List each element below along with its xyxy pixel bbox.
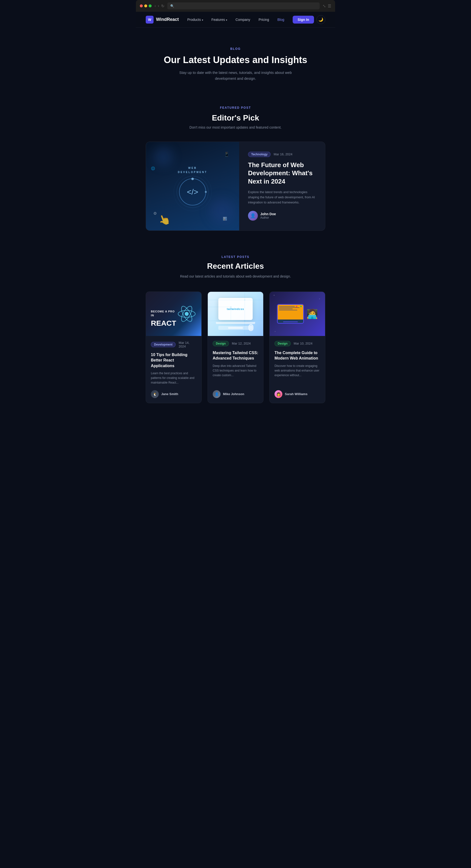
products-chevron-icon [202,18,203,22]
article-card-react-body: Development Mar 14, 2024 10 Tips for Bui… [146,336,201,403]
hero-title: Our Latest Updates and Insights [146,55,325,66]
menu-icon[interactable]: ☰ [328,4,331,8]
featured-post-author: 👤 John Doe Author [248,211,316,221]
nav-link-features[interactable]: Features [208,16,230,24]
latest-section-label: LATEST POSTS [146,255,325,259]
traffic-lights [140,4,152,7]
svg-point-10 [244,299,246,301]
nav-logo[interactable]: W WindReact [146,16,179,24]
nav-item-blog[interactable]: Blog [274,16,288,24]
featured-post-description: Explore the latest trends and technologi… [248,190,316,205]
article-animation-title: The Complete Guide to Modern Web Animati… [275,350,320,361]
article-card-animation-body: Design Mar 10, 2024 The Complete Guide t… [270,336,325,403]
react-logo-icon [177,304,196,324]
minimize-button[interactable] [144,4,147,7]
article-tailwind-date: Mar 12, 2024 [232,342,251,345]
article-tailwind-title: Mastering Tailwind CSS: Advanced Techniq… [213,350,258,361]
article-card-react-image: BECOME A PRO IN REACT [146,292,201,336]
nav-link-pricing[interactable]: Pricing [255,16,273,24]
articles-grid: BECOME A PRO IN REACT Development Mar 14… [136,284,335,423]
react-card-bg-text: BECOME A PRO IN REACT [151,309,176,329]
article-tailwind-author-name: Mike Johnson [223,392,244,396]
article-react-author: 🐧 Jane Smith [151,390,196,398]
browser-actions: ⤡ ☰ [322,4,331,8]
nav-actions: Sign In 🌙 [293,15,325,24]
latest-section: LATEST POSTS Recent Articles Read our la… [136,245,335,284]
featured-card-wrapper: WEB DEVELOPMENT </> 📱 ⚙ [136,134,335,246]
featured-section-label: FEATURED POST [146,106,325,110]
hero-section-label: BLOG [146,47,325,51]
nav-links: Products Features Company Pricing Blog [184,16,287,24]
article-card-react[interactable]: BECOME A PRO IN REACT Development Mar 14… [146,291,202,403]
featured-card-meta: Technology Mar 16, 2024 [248,152,316,157]
article-card-tailwind-body: Design Mar 12, 2024 Mastering Tailwind C… [208,336,263,403]
featured-author-name: John Doe [260,212,276,216]
nav-item-products[interactable]: Products [184,16,206,24]
article-animation-desc: Discover how to create engaging web anim… [275,364,320,385]
article-react-title: 10 Tips for Building Better React Applic… [151,352,196,369]
article-react-author-name: Jane Smith [161,392,178,396]
article-card-tailwind[interactable]: tailwindcss [208,291,263,403]
article-animation-date: Mar 10, 2024 [294,342,313,345]
article-tailwind-meta: Design Mar 12, 2024 [213,341,258,346]
features-chevron-icon [226,18,227,22]
featured-post-tag: Technology [248,152,271,157]
logo-icon: W [146,16,154,24]
article-tailwind-desc: Deep dive into advanced Tailwind CSS tec… [213,364,258,385]
search-icon: 🔍 [170,4,174,8]
featured-author-role: Author [260,216,276,219]
article-react-desc: Learn the best practices and patterns fo… [151,371,196,385]
hero-section: BLOG Our Latest Updates and Insights Sta… [136,28,335,96]
address-bar[interactable]: 🔍 [167,2,320,9]
close-button[interactable] [140,4,143,7]
refresh-icon[interactable]: ↻ [161,4,164,8]
featured-section-title: Editor's Pick [146,113,325,122]
maximize-button[interactable] [149,4,152,7]
featured-card-content: Technology Mar 16, 2024 The Future of We… [239,142,325,231]
article-react-author-avatar: 🐧 [151,390,159,398]
article-card-animation[interactable]: 🧑‍💻 ✦ ✦ ✦ Design Mar 10, 2024 The Comple… [269,291,325,403]
article-react-tag: Development [151,342,176,347]
nav-link-products[interactable]: Products [184,16,206,24]
featured-author-info: John Doe Author [260,212,276,219]
featured-section-subtitle: Don't miss our most important updates an… [146,125,325,129]
featured-card[interactable]: WEB DEVELOPMENT </> 📱 ⚙ [146,142,325,231]
article-animation-meta: Design Mar 10, 2024 [275,341,320,346]
article-card-animation-image: 🧑‍💻 ✦ ✦ ✦ [270,292,325,336]
featured-section: FEATURED POST Editor's Pick Don't miss o… [136,96,335,134]
browser-chrome: ‹ › ↻ 🔍 ⤡ ☰ [136,0,335,12]
dark-mode-toggle[interactable]: 🌙 [316,15,325,24]
nav-link-blog[interactable]: Blog [274,16,288,24]
nav-item-pricing[interactable]: Pricing [255,16,273,24]
article-animation-tag: Design [275,341,291,346]
article-card-tailwind-image: tailwindcss [208,292,263,336]
forward-icon[interactable]: › [158,4,159,8]
article-react-date: Mar 14, 2024 [179,341,196,348]
article-tailwind-author: 👤 Mike Johnson [213,390,258,398]
article-animation-author-name: Sarah Williams [285,392,307,396]
nav-item-features[interactable]: Features [208,16,230,24]
featured-author-avatar: 👤 [248,211,258,221]
signin-button[interactable]: Sign In [293,16,314,24]
navbar: W WindReact Products Features Company Pr… [136,12,335,28]
latest-section-subtitle: Read our latest articles and tutorials a… [146,274,325,279]
article-animation-author-avatar: 👩 [275,390,282,398]
article-tailwind-tag: Design [213,341,229,346]
hero-subtitle: Stay up to date with the latest news, tu… [177,70,294,82]
svg-point-9 [230,306,231,308]
logo-text: WindReact [156,17,179,22]
back-icon[interactable]: ‹ [155,4,156,8]
featured-card-image: WEB DEVELOPMENT </> 📱 ⚙ [146,142,239,231]
featured-post-date: Mar 16, 2024 [274,152,292,156]
featured-post-title: The Future of Web Development: What's Ne… [248,161,316,186]
article-tailwind-author-avatar: 👤 [213,390,221,398]
browser-nav: ‹ › ↻ [155,4,164,8]
svg-point-0 [185,312,189,316]
nav-item-company[interactable]: Company [232,16,254,24]
article-animation-author: 👩 Sarah Williams [275,390,320,398]
nav-link-company[interactable]: Company [232,16,254,24]
latest-section-title: Recent Articles [146,261,325,271]
expand-icon[interactable]: ⤡ [322,4,326,8]
article-react-meta: Development Mar 14, 2024 [151,341,196,348]
svg-point-11 [244,320,246,321]
